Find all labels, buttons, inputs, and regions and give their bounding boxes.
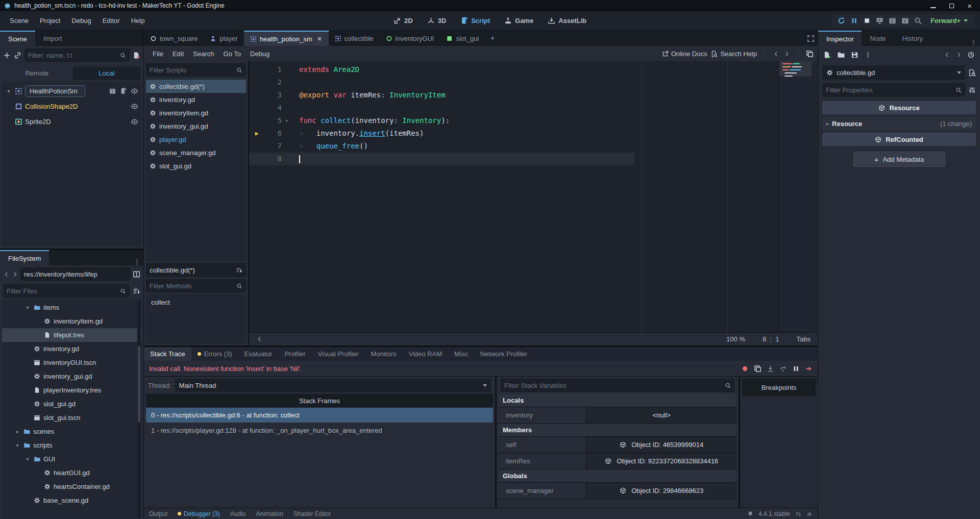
stack-frame-row[interactable]: 1 - res://scripts/player.gd:128 - at fun…	[146, 423, 493, 438]
menu-item[interactable]: Editor	[98, 15, 125, 27]
property-tools-icon[interactable]	[968, 86, 976, 94]
debugger-control-icon[interactable]	[754, 365, 762, 373]
scene-tree-node[interactable]: Sprite2D	[2, 114, 141, 129]
file-tree-item[interactable]: slot_gui.gd	[2, 397, 141, 411]
scene-tree-node[interactable]: CollisionShape2D	[2, 98, 141, 114]
inspector-dock-tab[interactable]: Inspector	[818, 31, 862, 46]
open-docs-icon[interactable]	[968, 69, 976, 77]
nav-forward-icon[interactable]	[12, 271, 18, 278]
menu-item[interactable]: Scene	[5, 15, 33, 27]
debugger-control-icon[interactable]	[741, 365, 749, 373]
workspace-tab[interactable]: 2D	[388, 15, 418, 27]
bottom-panel-tab[interactable]: Shader Editor	[293, 510, 331, 517]
group-resource[interactable]: ▸ Resource (1 change)	[822, 117, 976, 130]
script-menu-item[interactable]: File	[148, 48, 168, 59]
workspace-tab[interactable]: Game	[499, 15, 538, 27]
local-toggle[interactable]: Local	[73, 67, 141, 80]
file-tree-item[interactable]: inventory_gui.gd	[2, 369, 141, 383]
close-tab-icon[interactable]	[316, 36, 323, 42]
make-floating-icon[interactable]	[806, 50, 814, 58]
method-list-item[interactable]: collect	[146, 296, 246, 308]
debugger-tab[interactable]: Errors (3)	[191, 347, 238, 361]
file-tree-item[interactable]: heartGUI.gd	[2, 466, 141, 480]
scene-tab[interactable]: player	[204, 31, 243, 46]
code-line[interactable]: ▶6» inventory.insert(itemRes)	[249, 127, 818, 140]
code-line[interactable]: 8	[249, 153, 818, 165]
object-history-icon[interactable]	[967, 51, 975, 59]
run-button[interactable]	[912, 15, 924, 26]
close-button[interactable]: ×	[967, 2, 972, 10]
filesystem-tab[interactable]: FileSystem	[0, 250, 49, 265]
visibility-eye-icon[interactable]	[131, 118, 138, 126]
run-button[interactable]	[873, 15, 886, 26]
workspace-tab[interactable]: AssetLib	[543, 15, 592, 27]
menu-item[interactable]: Help	[127, 15, 150, 27]
dock-menu-icon[interactable]	[970, 39, 977, 46]
filter-properties-input[interactable]	[826, 86, 953, 94]
file-tree-item[interactable]: inventoryGUI.tscn	[2, 356, 141, 369]
filter-stack-variables-input[interactable]	[504, 382, 722, 389]
scene-filter-input[interactable]	[28, 52, 117, 59]
scene-tab[interactable]: slot_gui	[440, 31, 485, 46]
debugger-tab[interactable]: Profiler	[278, 347, 311, 361]
script-menu-item[interactable]: Go To	[219, 48, 246, 59]
run-button[interactable]	[848, 15, 861, 26]
bottom-panel-tab[interactable]: Debugger (3)	[178, 510, 220, 517]
variable-row[interactable]: self Object ID: 46539999014	[499, 437, 737, 453]
save-resource-icon[interactable]	[851, 51, 859, 59]
notification-bell-icon[interactable]	[747, 511, 753, 517]
menu-item[interactable]: Debug	[67, 15, 95, 27]
history-back-icon[interactable]	[944, 52, 950, 58]
visibility-eye-icon[interactable]	[131, 87, 138, 95]
run-button[interactable]	[886, 15, 899, 26]
script-list-item[interactable]: inventory_gui.gd	[146, 119, 246, 133]
load-resource-icon[interactable]	[837, 51, 845, 59]
scene-tab[interactable]: town_square	[144, 31, 204, 46]
history-forward-icon[interactable]	[783, 51, 790, 57]
history-back-icon[interactable]	[773, 51, 779, 57]
file-tree-item[interactable]: heartsContainer.gd	[2, 480, 141, 493]
file-tree-item[interactable]: ▾ items	[2, 301, 141, 314]
scrollbar[interactable]	[812, 61, 818, 332]
variable-row[interactable]: inventory <null>	[499, 407, 737, 424]
scroll-left-icon[interactable]	[256, 336, 263, 342]
filter-methods-input[interactable]	[150, 282, 234, 290]
thread-dropdown[interactable]: Main Thread	[175, 379, 491, 392]
bottom-panel-tab[interactable]: Animation	[256, 510, 283, 517]
output-lines-icon[interactable]	[795, 511, 801, 517]
file-tree-item[interactable]: inventory.gd	[2, 342, 141, 356]
debugger-tab[interactable]: Misc	[448, 347, 474, 361]
bottom-panel-tab[interactable]: Audio	[230, 510, 246, 517]
code-line[interactable]: 7» queue_free()	[249, 140, 818, 153]
scene-dock-tab[interactable]: Import	[35, 31, 70, 46]
variable-row[interactable]: itemRes Object ID: 9223372068328834416	[499, 453, 737, 469]
debugger-tab[interactable]: Video RAM	[402, 347, 448, 361]
path-input[interactable]	[24, 270, 127, 278]
debugger-control-icon[interactable]	[779, 365, 787, 373]
filter-scripts-input[interactable]	[150, 66, 234, 74]
detach-script-icon[interactable]	[133, 52, 140, 59]
history-forward-icon[interactable]	[955, 52, 962, 58]
scene-dock-tab[interactable]: Scene	[0, 31, 35, 46]
edited-object-dropdown[interactable]: collectible.gd	[822, 65, 965, 80]
menu-item[interactable]: Project	[35, 15, 65, 27]
sort-methods-icon[interactable]	[236, 267, 242, 274]
renderer-dropdown[interactable]: Forward+	[926, 17, 972, 24]
file-tree-item[interactable]: playerInventory.tres	[2, 383, 141, 397]
new-resource-icon[interactable]	[823, 51, 831, 59]
scene-tab[interactable]: health_potion_sm	[244, 31, 329, 46]
script-menu-item[interactable]: Edit	[168, 48, 188, 59]
debugger-control-icon[interactable]	[767, 365, 774, 373]
script-list-item[interactable]: slot_gui.gd	[146, 159, 246, 172]
run-button[interactable]	[861, 15, 873, 26]
file-tree-item[interactable]: ▾ scripts	[2, 438, 141, 452]
zoom-level[interactable]: 100 %	[726, 335, 745, 343]
maximize-button[interactable]	[949, 2, 954, 10]
inspector-dock-tab[interactable]: History	[894, 31, 931, 46]
scrollbar[interactable]	[137, 300, 141, 518]
online-docs-button[interactable]: Online Docs	[662, 50, 707, 58]
code-line[interactable]: 1extends Area2D	[249, 63, 818, 76]
search-help-button[interactable]: Search Help	[711, 50, 757, 58]
distraction-free-icon[interactable]	[807, 35, 815, 42]
script-list-item[interactable]: scene_manager.gd	[146, 146, 246, 159]
